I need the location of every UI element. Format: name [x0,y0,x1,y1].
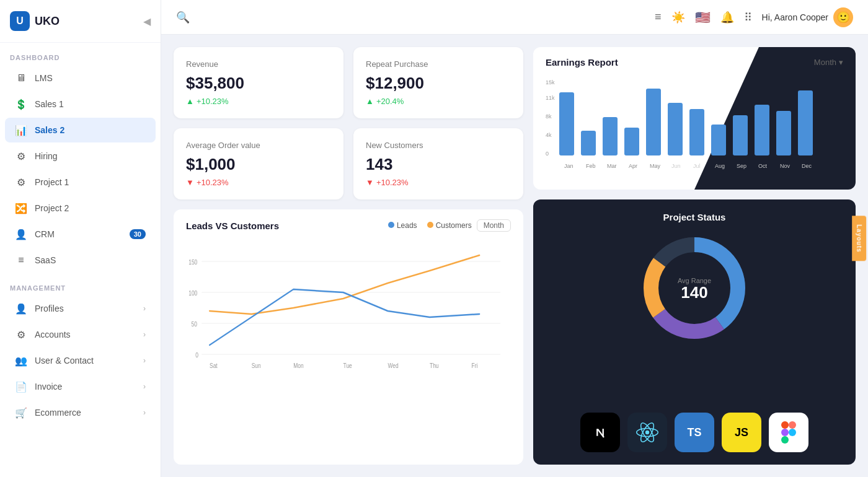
bell-icon[interactable]: 🔔 [720,11,734,24]
svg-text:0: 0 [195,352,198,359]
svg-text:0: 0 [546,151,549,157]
usercontact-icon: 👥 [15,354,27,367]
customers-change: ▼ +10.23% [366,178,511,187]
svg-rect-59 [789,429,796,436]
dashboard-section-label: DASHBOARD [0,43,161,65]
down-arrow-icon: ▼ [366,178,374,187]
sidebar-item-label: Sales 1 [35,99,64,109]
content-area: Revenue $35,800 ▲ +10.23% Repeat Purchas… [161,35,868,477]
svg-text:Sun: Sun [252,362,261,369]
month-selector[interactable]: Month ▾ [814,58,843,67]
earnings-header: Earnings Report Month ▾ [546,57,843,68]
chart-legend: Leads Customers [388,221,472,230]
svg-text:140: 140 [681,283,707,302]
sales2-icon: 📊 [15,124,27,136]
grid-icon[interactable]: ⠿ [744,11,752,24]
sidebar-item-profiles[interactable]: 👤 Profiles › [5,296,156,321]
sidebar-item-crm[interactable]: 👤 CRM 30 [5,222,156,247]
sidebar-item-label: Profiles [35,304,64,313]
customers-legend: Customers [427,221,472,230]
svg-rect-57 [789,421,796,429]
svg-rect-32 [689,109,704,155]
javascript-icon: JS [722,413,761,452]
search-icon[interactable]: 🔍 [176,11,190,24]
svg-rect-30 [668,103,683,155]
sidebar-item-ecommerce[interactable]: 🛒 Ecommerce › [5,400,156,425]
up-arrow-icon: ▲ [186,97,194,106]
sidebar-logo: U UKO ◀ [0,0,161,43]
svg-text:150: 150 [188,259,197,266]
user-info: Hi, Aaron Cooper 🙂 [762,7,853,27]
logo-icon: U [10,11,30,31]
leads-line-chart: 0 50 100 150 Sat Sun Mon Tue [186,237,511,373]
svg-rect-42 [798,90,813,155]
accounts-icon: ⚙ [15,328,27,341]
svg-rect-20 [559,92,574,155]
sidebar-item-project2[interactable]: 🔀 Project 2 [5,196,156,221]
sidebar-item-label: LMS [35,73,53,83]
dark-bottom-card: Project Status [533,199,856,465]
down-arrow-icon: ▼ [186,178,194,187]
stat-card-repeat: Repeat Purchase $12,900 ▲ +20.4% [353,47,523,118]
header: 🔍 ≡ ☀️ 🇺🇸 🔔 ⠿ Hi, Aaron Cooper 🙂 [161,0,868,35]
sidebar-item-invoice[interactable]: 📄 Invoice › [5,374,156,399]
sidebar-item-usercontact[interactable]: 👥 User & Contact › [5,348,156,373]
svg-text:100: 100 [188,290,197,297]
svg-text:Aug: Aug [715,163,725,169]
svg-text:11k: 11k [546,95,555,101]
svg-text:4k: 4k [546,132,552,138]
stats-grid: Revenue $35,800 ▲ +10.23% Repeat Purchas… [174,47,523,199]
svg-rect-22 [581,131,596,155]
project1-icon: ⚙ [15,176,27,188]
earnings-title: Earnings Report [546,57,618,68]
sidebar-item-hiring[interactable]: ⚙ Hiring [5,144,156,168]
svg-text:Mon: Mon [293,362,303,369]
svg-text:8k: 8k [546,113,552,120]
svg-text:Feb: Feb [586,163,596,169]
earnings-bar-chart: 0 4k 8k 11k 15k Jan Feb [546,75,843,177]
svg-text:Oct: Oct [758,163,768,169]
logo-text: UKO [35,15,60,28]
revenue-value: $35,800 [186,74,331,93]
svg-point-52 [645,431,649,434]
sidebar-item-label: Project 2 [35,203,69,213]
flag-icon[interactable]: 🇺🇸 [695,10,711,25]
leads-chart-card: Leads VS Customers Leads Customers Month [174,209,523,465]
sidebar-item-lms[interactable]: 🖥 LMS [5,66,156,90]
sidebar-item-sales2[interactable]: 📊 Sales 2 [5,118,156,142]
svg-text:May: May [650,163,661,169]
leads-chart-header: Leads VS Customers Leads Customers Month [186,219,511,232]
collapse-button[interactable]: ◀ [143,15,151,27]
revenue-label: Revenue [186,59,331,69]
svg-rect-60 [781,436,789,444]
up-arrow-icon: ▲ [366,97,374,106]
header-actions: ≡ ☀️ 🇺🇸 🔔 ⠿ Hi, Aaron Cooper 🙂 [655,7,853,27]
accounts-chevron: › [143,330,146,339]
sidebar-item-sales1[interactable]: 💲 Sales 1 [5,92,156,116]
profiles-chevron: › [143,304,146,313]
sidebar-item-label: Project 1 [35,177,69,187]
customers-value: 143 [366,155,511,174]
project-status-title: Project Status [546,212,843,222]
sidebar-item-project1[interactable]: ⚙ Project 1 [5,170,156,195]
svg-text:50: 50 [191,321,197,328]
svg-text:Sep: Sep [737,163,746,169]
crm-icon: 👤 [15,228,27,240]
sidebar-item-label: SaaS [35,255,56,265]
figma-icon [769,413,808,452]
donut-chart: Avg Range 140 [546,232,843,344]
stat-card-customers: New Customers 143 ▼ +10.23% [353,128,523,199]
sidebar-item-accounts[interactable]: ⚙ Accounts › [5,322,156,347]
sidebar: U UKO ◀ DASHBOARD 🖥 LMS 💲 Sales 1 📊 Sale… [0,0,161,477]
sidebar-item-label: CRM [35,229,55,239]
svg-text:Tue: Tue [343,362,352,369]
menu-icon[interactable]: ≡ [655,11,662,24]
svg-text:Sat: Sat [210,362,218,369]
sidebar-item-saas[interactable]: ≡ SaaS [5,248,156,273]
theme-icon[interactable]: ☀️ [671,11,685,24]
leads-period-selector[interactable]: Month [477,219,511,232]
revenue-change: ▲ +10.23% [186,97,331,106]
layouts-tab[interactable]: Layouts [852,216,866,261]
repeat-value: $12,900 [366,74,511,93]
profiles-icon: 👤 [15,302,27,315]
